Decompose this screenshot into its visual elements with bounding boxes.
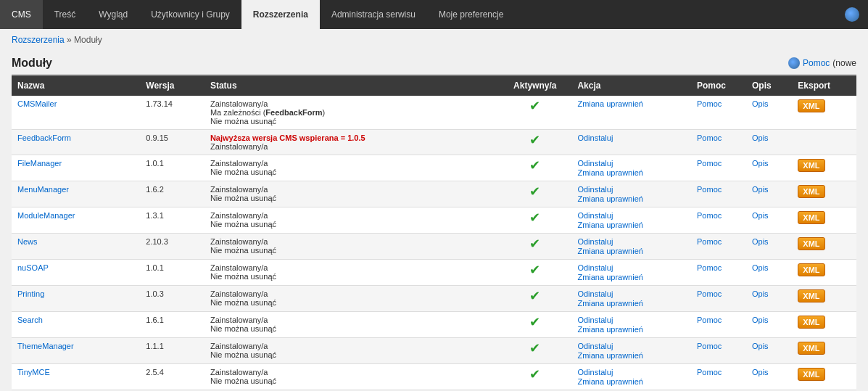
help-link[interactable]: Pomoc [697,342,722,350]
action-link[interactable]: Odinstaluj [577,211,685,220]
desc-link[interactable]: Opis [752,185,769,194]
module-status: Zainstalowany/aNie można usunąć [204,338,498,364]
module-name-link[interactable]: MenuManager [17,185,69,194]
module-version: 2.10.3 [140,234,204,260]
module-name-link[interactable]: News [17,237,38,246]
module-status: Zainstalowany/aNie można usunąć [204,286,498,312]
action-link[interactable]: Odinstaluj [577,289,685,298]
nav-wyglad[interactable]: Wygląd [87,0,139,29]
nav-rozszerzenia[interactable]: Rozszerzenia [241,0,320,29]
active-check-icon: ✔ [529,368,540,381]
help-link[interactable]: Pomoc [697,263,722,272]
module-name-link[interactable]: Printing [17,289,44,298]
action-link[interactable]: Zmiana uprawnień [577,377,685,386]
module-name-link[interactable]: FileManager [17,159,62,168]
module-active: ✔ [498,338,571,364]
module-desc: Opis [746,96,792,130]
module-status: Zainstalowany/aMa zależności (FeedbackFo… [204,96,498,130]
action-link[interactable]: Zmiana uprawnień [577,194,685,203]
nav-cms[interactable]: CMS [0,0,43,29]
xml-export-button[interactable]: XML [798,263,824,276]
col-header-action: Akcja [571,75,691,96]
module-name-link[interactable]: CMSMailer [17,99,57,108]
xml-export-button[interactable]: XML [798,289,824,302]
help-link[interactable]: Pomoc [697,133,722,142]
xml-export-button[interactable]: XML [798,185,824,198]
desc-link[interactable]: Opis [752,211,769,220]
table-row: ModuleManager1.3.1Zainstalowany/aNie moż… [12,207,856,234]
desc-link[interactable]: Opis [752,237,769,246]
action-link[interactable]: Odinstaluj [577,368,685,376]
module-version: 2.5.4 [140,364,204,390]
action-link[interactable]: Zmiana uprawnień [577,168,685,177]
module-version: 1.73.14 [140,96,204,130]
top-navigation: CMS Treść Wygląd Użytkownicy i Grupy Roz… [0,0,868,29]
desc-link[interactable]: Opis [752,289,769,298]
action-link[interactable]: Odinstaluj [577,185,685,194]
xml-export-button[interactable]: XML [798,368,824,381]
xml-export-button[interactable]: XML [798,237,824,250]
col-header-help: Pomoc [691,75,746,96]
module-help: Pomoc [691,207,746,234]
desc-link[interactable]: Opis [752,159,769,168]
desc-link[interactable]: Opis [752,263,769,272]
module-name-link[interactable]: TinyMCE [17,368,50,376]
nav-uzytkownicy[interactable]: Użytkownicy i Grupy [139,0,241,29]
module-status: Zainstalowany/aNie można usunąć [204,364,498,390]
xml-export-button[interactable]: XML [798,99,824,112]
module-export: XML [792,234,856,260]
nav-tresc[interactable]: Treść [43,0,88,29]
module-active: ✔ [498,207,571,234]
desc-link[interactable]: Opis [752,342,769,350]
help-link[interactable]: Pomoc [697,368,722,376]
action-link[interactable]: Odinstaluj [577,342,685,350]
action-link[interactable]: Odinstaluj [577,316,685,324]
help-link[interactable]: Pomoc [697,211,722,220]
table-row: CMSMailer1.73.14Zainstalowany/aMa zależn… [12,96,856,130]
module-name-link[interactable]: nuSOAP [17,263,49,272]
breadcrumb-link[interactable]: Rozszerzenia [12,35,65,45]
action-link[interactable]: Zmiana uprawnień [577,299,685,308]
module-name-link[interactable]: ThemeManager [17,342,74,350]
action-link[interactable]: Odinstaluj [577,159,685,168]
xml-export-button[interactable]: XML [798,211,824,224]
module-name-link[interactable]: ModuleManager [17,211,75,220]
action-link[interactable]: Zmiana uprawnień [577,273,685,281]
action-link[interactable]: Zmiana uprawnień [577,325,685,334]
action-link[interactable]: Zmiana uprawnień [577,247,685,255]
nav-preferencje[interactable]: Moje preferencje [427,0,515,29]
table-row: News2.10.3Zainstalowany/aNie można usuną… [12,234,856,260]
help-link[interactable]: Pomoc [697,289,722,298]
action-link[interactable]: Zmiana uprawnień [577,351,685,360]
col-header-version: Wersja [140,75,204,96]
xml-export-button[interactable]: XML [798,316,824,329]
xml-export-button[interactable]: XML [798,159,824,172]
help-link[interactable]: Pomoc [697,316,722,324]
help-link[interactable]: Pomoc [803,58,830,68]
help-link[interactable]: Pomoc [697,185,722,194]
action-link[interactable]: Odinstaluj [577,133,685,142]
xml-export-button[interactable]: XML [798,342,824,355]
action-link[interactable]: Zmiana uprawnień [577,221,685,229]
module-version: 1.0.1 [140,260,204,286]
module-status: Zainstalowany/aNie można usunąć [204,155,498,181]
desc-link[interactable]: Opis [752,316,769,324]
action-link[interactable]: Odinstaluj [577,237,685,246]
nav-administracja[interactable]: Administracja serwisu [320,0,427,29]
help-link[interactable]: Pomoc [697,237,722,246]
modules-table: Nazwa Wersja Status Aktywny/a Akcja Pomo… [12,75,856,390]
module-name-link[interactable]: FeedbackForm [17,133,71,142]
help-link[interactable]: Pomoc [697,99,722,108]
module-help: Pomoc [691,155,746,181]
active-check-icon: ✔ [529,237,540,250]
desc-link[interactable]: Opis [752,133,769,142]
help-link[interactable]: Pomoc [697,159,722,168]
desc-link[interactable]: Opis [752,368,769,376]
active-check-icon: ✔ [529,263,540,276]
desc-link[interactable]: Opis [752,99,769,108]
module-desc: Opis [746,130,792,155]
module-action: OdinstalujZmiana uprawnień [571,364,691,390]
action-link[interactable]: Odinstaluj [577,263,685,272]
action-link[interactable]: Zmiana uprawnień [577,99,685,108]
module-name-link[interactable]: Search [17,316,43,324]
